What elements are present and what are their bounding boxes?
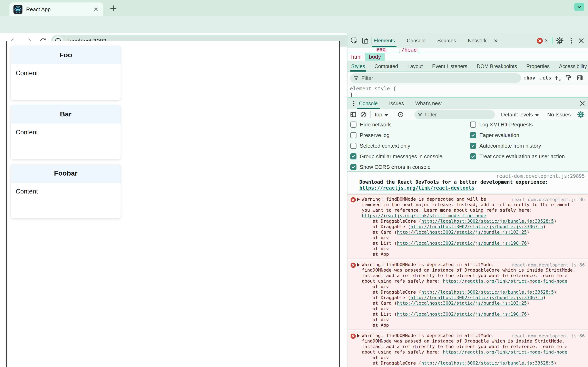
inspect-element-icon[interactable] xyxy=(351,37,358,44)
setting-preserve-log[interactable]: Preserve log xyxy=(350,132,442,138)
card-bar[interactable]: BarContent xyxy=(11,105,121,159)
setting-hide-network[interactable]: Hide network xyxy=(350,122,442,128)
card-header[interactable]: Bar xyxy=(11,105,121,123)
checkbox-treat-code-evaluation-as-user-action[interactable] xyxy=(470,153,476,159)
browser-tab[interactable]: React App xyxy=(9,2,103,16)
devtools-tab-console[interactable]: Console xyxy=(407,33,425,48)
console-link[interactable]: https://reactjs.org/link/react-devtools xyxy=(359,185,475,191)
console-message-error: react-dom.development.js:86Warning: find… xyxy=(347,260,588,330)
drawer-tab-issues[interactable]: Issues xyxy=(389,98,404,109)
devtools-menu-icon[interactable] xyxy=(568,37,575,44)
setting-log-xmlhttprequests[interactable]: Log XMLHttpRequests xyxy=(470,122,565,128)
checkbox-selected-context-only[interactable] xyxy=(350,143,356,149)
console-sidebar-icon[interactable] xyxy=(350,111,356,118)
message-source-link[interactable]: react-dom.development.js:29895 xyxy=(359,173,585,179)
checkbox-log-xmlhttprequests[interactable] xyxy=(470,122,476,128)
checkbox-preserve-log[interactable] xyxy=(350,132,356,138)
console-message-list[interactable]: react-dom.development.js:29895Download t… xyxy=(347,172,588,367)
breadcrumb-body[interactable]: body xyxy=(365,53,385,61)
console-link[interactable]: http://localhost:3002/static/js/bundle.j… xyxy=(421,360,554,366)
expand-triangle-icon[interactable] xyxy=(357,198,360,201)
drawer-tab-console[interactable]: Console xyxy=(359,98,378,109)
message-source-link[interactable]: react-dom.development.js:86 xyxy=(512,333,585,339)
issues-counter[interactable]: No Issues xyxy=(547,111,571,118)
console-link[interactable]: http://localhost:3002/static/js/bundle.j… xyxy=(397,312,527,317)
coverage-paint-icon[interactable] xyxy=(565,75,572,81)
message-source-link[interactable]: react-dom.development.js:86 xyxy=(512,197,585,202)
console-link[interactable]: https://reactjs.org/link/strict-mode-fin… xyxy=(443,278,567,284)
breadcrumb-html[interactable]: html xyxy=(347,53,365,61)
card-foo[interactable]: FooContent xyxy=(11,46,121,100)
setting-treat-code-evaluation-as-user-action[interactable]: Treat code evaluation as user action xyxy=(470,153,565,159)
clear-console-icon[interactable] xyxy=(360,111,367,118)
styles-tab-layout[interactable]: Layout xyxy=(407,61,423,72)
checkbox-show-cors-errors-in-console[interactable] xyxy=(350,164,356,170)
devtools-tab-elements[interactable]: Elements xyxy=(374,33,395,48)
console-link[interactable]: http://localhost:3002/static/js/bundle.j… xyxy=(397,300,527,306)
styles-filter-input[interactable]: Filter xyxy=(350,73,521,83)
dock-sidebar-icon[interactable] xyxy=(577,75,583,81)
setting-group-similar-messages-in-console[interactable]: Group similar messages in console xyxy=(350,153,442,159)
expand-triangle-icon[interactable] xyxy=(357,334,360,337)
checkbox-hide-network[interactable] xyxy=(350,122,356,128)
card-foobar[interactable]: FoobarContent xyxy=(11,164,121,218)
card-header[interactable]: Foobar xyxy=(11,164,121,183)
card-header[interactable]: Foo xyxy=(11,46,121,64)
toggle-hover-state-button[interactable]: :hov xyxy=(523,75,535,81)
console-settings-gear-icon[interactable] xyxy=(577,111,584,118)
checkbox-eager-evaluation[interactable] xyxy=(470,132,476,138)
tab-close-icon[interactable] xyxy=(93,7,99,12)
element-style-block[interactable]: element.style { } xyxy=(347,84,588,98)
console-link[interactable]: http://localhost:3002/static/js/bundle.j… xyxy=(410,366,543,367)
checkbox-group-similar-messages-in-console[interactable] xyxy=(350,153,356,159)
more-tabs-icon[interactable]: » xyxy=(494,36,498,44)
styles-tab-accessibility[interactable]: Accessibility xyxy=(559,61,587,72)
live-expression-eye-icon[interactable] xyxy=(397,111,404,118)
card-body: Content xyxy=(11,64,121,82)
console-message-error: react-dom.development.js:86Warning: find… xyxy=(347,194,588,259)
styles-tab-event-listeners[interactable]: Event Listeners xyxy=(432,61,467,72)
console-link[interactable]: http://localhost:3002/static/js/bundle.j… xyxy=(397,241,527,246)
drawer-close-icon[interactable] xyxy=(579,100,586,107)
styles-tab-computed[interactable]: Computed xyxy=(374,61,398,72)
console-link[interactable]: http://localhost:3002/static/js/bundle.j… xyxy=(397,230,527,235)
setting-selected-context-only[interactable]: Selected context only xyxy=(350,143,442,149)
toggle-class-button[interactable]: .cls xyxy=(539,75,551,81)
console-link[interactable]: http://localhost:3002/static/js/bundle.j… xyxy=(421,218,554,224)
console-link[interactable]: http://localhost:3002/static/js/bundle.j… xyxy=(410,295,543,300)
context-caret-icon xyxy=(385,114,388,117)
card-list: FooContentBarContentFoobarContent xyxy=(11,46,121,223)
new-style-rule-button[interactable]: + xyxy=(554,74,558,82)
setting-eager-evaluation[interactable]: Eager evaluation xyxy=(470,132,565,138)
checkbox-autocomplete-from-history[interactable] xyxy=(470,143,476,149)
log-levels-selector[interactable]: Default levels xyxy=(501,111,539,118)
styles-filter-row: Filter :hov .cls + xyxy=(347,72,588,84)
devtools-tab-network[interactable]: Network xyxy=(468,33,487,48)
card-title: Foobar xyxy=(54,169,77,177)
console-link[interactable]: http://localhost:3002/static/js/bundle.j… xyxy=(410,224,543,229)
message-source-link[interactable]: react-dom.development.js:86 xyxy=(512,262,585,268)
setting-autocomplete-from-history[interactable]: Autocomplete from history xyxy=(470,143,565,149)
console-link[interactable]: https://reactjs.org/link/strict-mode-fin… xyxy=(443,350,567,355)
console-filter-input[interactable]: Filter xyxy=(415,110,495,119)
expand-triangle-icon[interactable] xyxy=(357,263,360,267)
devtools-topbar: ElementsConsoleSourcesNetwork » 3 xyxy=(347,33,588,48)
error-badge-icon[interactable] xyxy=(536,38,543,44)
window-chevron-button[interactable] xyxy=(574,3,584,11)
console-link[interactable]: http://localhost:3002/static/js/bundle.j… xyxy=(421,290,554,295)
drawer-tab-what-s-new[interactable]: What's new xyxy=(415,98,441,109)
devtools-tab-sources[interactable]: Sources xyxy=(437,33,456,48)
devtools-settings-gear-icon[interactable] xyxy=(556,37,563,44)
checkbox-label: Treat code evaluation as user action xyxy=(479,153,565,160)
elements-tree-clipped-row[interactable]: ead /head xyxy=(347,48,588,53)
drawer-menu-icon[interactable] xyxy=(350,100,357,107)
context-selector[interactable]: top xyxy=(375,111,388,118)
devtools-close-icon[interactable] xyxy=(578,37,585,44)
setting-show-cors-errors-in-console[interactable]: Show CORS errors in console xyxy=(350,164,442,170)
new-tab-button[interactable] xyxy=(109,4,117,12)
device-toolbar-icon[interactable] xyxy=(361,37,369,44)
styles-tab-dom-breakpoints[interactable]: DOM Breakpoints xyxy=(477,61,517,72)
styles-tab-properties[interactable]: Properties xyxy=(526,61,550,72)
console-link[interactable]: https://reactjs.org/link/strict-mode-fin… xyxy=(362,213,486,218)
styles-tab-styles[interactable]: Styles xyxy=(351,61,365,72)
